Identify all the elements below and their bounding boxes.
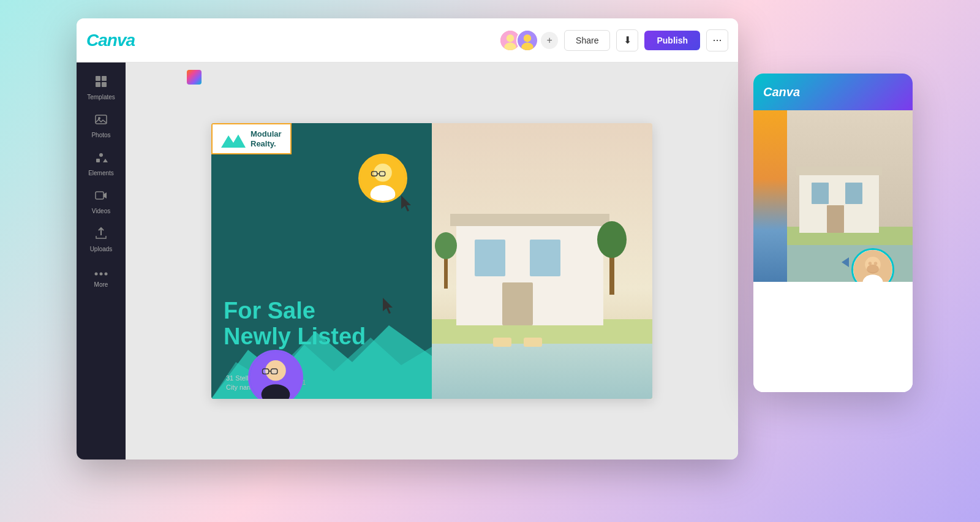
- mobile-body: [753, 110, 913, 392]
- svg-point-65: [867, 265, 879, 274]
- uploads-label: Uploads: [90, 246, 113, 252]
- share-button[interactable]: Share: [564, 30, 610, 51]
- svg-rect-7: [102, 76, 107, 81]
- headline-line1: For Sale: [224, 298, 366, 324]
- cursor-1: [401, 195, 416, 217]
- svg-point-45: [597, 221, 627, 258]
- sidebar-item-photos[interactable]: Photos: [80, 108, 122, 143]
- design-left-panel: Modular Realty. For Sale Newly Listed: [211, 123, 432, 399]
- videos-icon: [94, 189, 108, 205]
- brand-icon: [221, 130, 246, 148]
- headline-area: For Sale Newly Listed: [224, 298, 366, 350]
- templates-label: Templates: [87, 94, 115, 100]
- avatar-group: +: [499, 29, 558, 51]
- cursor-2: [383, 298, 398, 319]
- mobile-cursor-arrow: [837, 255, 851, 273]
- sidebar: Templates Photos: [77, 62, 126, 460]
- svg-rect-13: [96, 159, 100, 162]
- svg-point-1: [507, 34, 514, 42]
- svg-rect-26: [379, 172, 385, 176]
- publish-button[interactable]: Publish: [644, 31, 700, 50]
- svg-marker-14: [103, 159, 108, 162]
- elements-icon: [94, 151, 108, 167]
- more-options-button[interactable]: ···: [706, 29, 728, 51]
- svg-rect-32: [263, 369, 269, 374]
- svg-point-5: [521, 42, 533, 51]
- svg-rect-15: [96, 192, 104, 199]
- agent-avatar-2: [248, 350, 303, 399]
- svg-point-12: [99, 153, 103, 157]
- svg-point-16: [95, 273, 98, 276]
- photos-icon: [94, 113, 108, 129]
- add-collaborator-button[interactable]: +: [541, 32, 558, 49]
- more-icon: ···: [712, 34, 722, 47]
- header: Canva +: [77, 18, 738, 62]
- agent-avatar-1: [358, 154, 407, 203]
- sidebar-item-elements[interactable]: Elements: [80, 146, 122, 181]
- svg-point-24: [371, 185, 396, 203]
- download-icon: ⬇: [624, 34, 631, 46]
- photos-label: Photos: [91, 132, 110, 138]
- svg-rect-61: [827, 205, 844, 233]
- sidebar-item-templates[interactable]: Templates: [80, 70, 122, 105]
- design-canvas: Modular Realty. For Sale Newly Listed: [211, 123, 652, 399]
- svg-rect-59: [812, 183, 829, 204]
- svg-rect-58: [796, 167, 882, 175]
- uploads-icon: [94, 227, 108, 243]
- elements-label: Elements: [88, 170, 114, 176]
- house-illustration: [432, 123, 652, 399]
- svg-point-67: [874, 262, 877, 265]
- sidebar-item-uploads[interactable]: Uploads: [80, 222, 122, 257]
- svg-rect-48: [493, 338, 511, 347]
- color-picker-bar: [187, 70, 202, 85]
- svg-point-17: [100, 273, 103, 276]
- svg-rect-25: [372, 172, 377, 176]
- svg-point-66: [869, 262, 872, 265]
- mobile-window: Canva: [753, 74, 913, 392]
- svg-rect-8: [96, 82, 100, 87]
- mobile-canva-logo: Canva: [763, 85, 800, 99]
- design-right-panel: [432, 123, 652, 399]
- svg-point-47: [435, 232, 457, 259]
- headline-line2: Newly Listed: [224, 324, 366, 350]
- header-right: + Share ⬇ Publish ···: [499, 29, 728, 51]
- more-icon-sidebar: [94, 265, 108, 279]
- color-swatch-multicolor[interactable]: [187, 70, 202, 85]
- mobile-image-area: [753, 110, 913, 282]
- svg-rect-41: [475, 240, 505, 276]
- svg-rect-38: [432, 344, 652, 399]
- mobile-gradient-strip: [753, 110, 787, 282]
- download-button[interactable]: ⬇: [616, 29, 638, 51]
- svg-point-2: [504, 42, 516, 51]
- svg-rect-33: [271, 369, 277, 374]
- svg-point-18: [105, 273, 108, 276]
- canva-logo: Canva: [86, 31, 135, 50]
- templates-icon: [94, 75, 108, 91]
- svg-rect-42: [530, 240, 560, 276]
- sidebar-item-videos[interactable]: Videos: [80, 184, 122, 219]
- svg-marker-68: [842, 257, 849, 267]
- avatar-user2: [516, 29, 538, 51]
- main-window: Canva +: [77, 18, 738, 460]
- svg-marker-28: [401, 195, 411, 211]
- body: Templates Photos: [77, 62, 738, 460]
- svg-rect-6: [96, 76, 100, 81]
- svg-rect-9: [102, 82, 107, 87]
- svg-rect-49: [524, 338, 542, 347]
- canvas-area: Modular Realty. For Sale Newly Listed: [126, 62, 738, 460]
- brand-name: Modular Realty.: [251, 129, 282, 148]
- svg-rect-60: [845, 183, 862, 204]
- svg-rect-40: [450, 214, 609, 226]
- svg-marker-19: [221, 134, 246, 148]
- mobile-header: Canva: [753, 74, 913, 110]
- svg-point-4: [524, 34, 531, 42]
- logo-area: Modular Realty.: [211, 123, 292, 154]
- mobile-content-area: [753, 282, 913, 392]
- logo-box: Modular Realty.: [211, 123, 292, 154]
- videos-label: Videos: [92, 208, 110, 214]
- svg-marker-35: [383, 298, 393, 314]
- svg-rect-43: [502, 282, 533, 325]
- more-label: More: [94, 281, 108, 288]
- sidebar-item-more[interactable]: More: [80, 260, 122, 293]
